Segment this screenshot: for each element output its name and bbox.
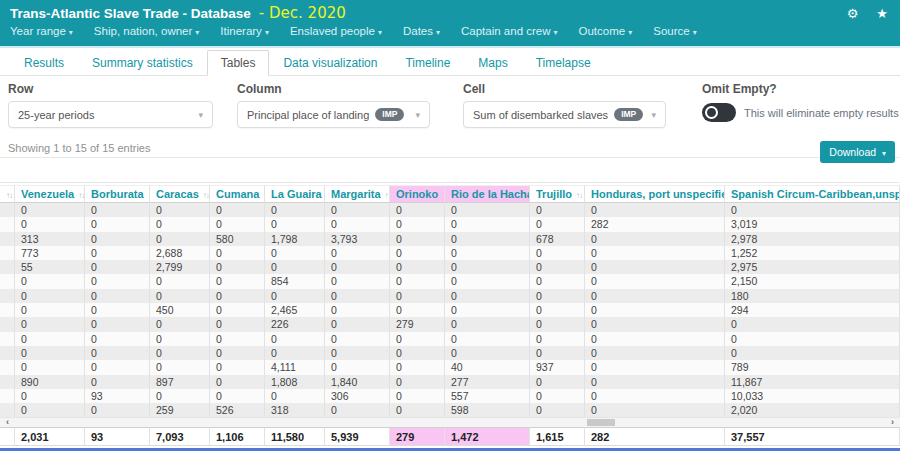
table-cell: 0: [530, 389, 585, 403]
table-cell: 1,252: [725, 246, 900, 260]
table-cell: 1,798: [265, 232, 325, 246]
row-label-cell: [0, 346, 15, 360]
table-cell: 3,793: [325, 232, 390, 246]
row-control: Row 25-year periods ▾: [8, 82, 213, 128]
tab-maps[interactable]: Maps: [464, 50, 521, 76]
column-label: Column: [237, 82, 430, 96]
column-header-venezuela[interactable]: Venezuela↑↓: [15, 185, 85, 203]
column-header-la-guaira[interactable]: La Guaira↑↓: [265, 185, 325, 203]
table-cell: 0: [390, 217, 445, 231]
table-cell: 11,867: [725, 375, 900, 389]
totals-cell: 93: [85, 427, 150, 446]
app-title-date: - Dec. 2020: [259, 4, 346, 22]
table-cell: 0: [390, 246, 445, 260]
nav-item-itinerary[interactable]: Itinerary▾: [220, 25, 269, 37]
table-row: 5502,79900000002,975: [0, 260, 900, 274]
tab-summary-statistics[interactable]: Summary statistics: [78, 50, 207, 76]
table-row: 0025952631800598002,020: [0, 403, 900, 417]
favorite-star-icon[interactable]: ★: [876, 6, 888, 21]
table-cell: 0: [530, 274, 585, 288]
column-header-row-labels[interactable]: ↑↓: [0, 185, 15, 203]
table-cell: 0: [390, 346, 445, 360]
tab-data-visualization[interactable]: Data visualization: [269, 50, 391, 76]
table-cell: 4,111: [265, 360, 325, 374]
omit-empty-toggle[interactable]: [702, 103, 736, 122]
chevron-down-icon: ▾: [693, 28, 697, 37]
table-cell: 0: [85, 332, 150, 346]
nav-item-label: Source: [653, 25, 689, 37]
table-cell: 0: [390, 360, 445, 374]
title-row: Trans-Atlantic Slave Trade - Database - …: [0, 0, 900, 22]
cell-select[interactable]: Sum of disembarked slaves IMP ▾: [463, 101, 666, 128]
table-cell: 0: [585, 346, 725, 360]
table-cell: 226: [265, 317, 325, 331]
nav-item-source[interactable]: Source▾: [653, 25, 696, 37]
imp-badge: IMP: [375, 108, 404, 121]
row-select[interactable]: 25-year periods ▾: [8, 101, 213, 128]
table-cell: 0: [390, 260, 445, 274]
table-cell: 0: [265, 246, 325, 260]
nav-item-label: Ship, nation, owner: [94, 25, 192, 37]
table-cell: 0: [150, 274, 210, 288]
chevron-down-icon: ▾: [195, 28, 199, 37]
column-select-value: Principal place of landing: [247, 109, 369, 121]
table-cell: 0: [210, 289, 265, 303]
nav-item-year-range[interactable]: Year range▾: [10, 25, 73, 37]
table-cell: 0: [585, 232, 725, 246]
table-cell: 0: [15, 289, 85, 303]
table-cell: 3,019: [725, 217, 900, 231]
nav-item-label: Itinerary: [220, 25, 262, 37]
table-cell: 259: [150, 403, 210, 417]
table-cell: 0: [445, 232, 530, 246]
totals-cell: 2,031: [15, 427, 85, 446]
totals-cell: 7,093: [150, 427, 210, 446]
table-cell: 0: [85, 203, 150, 217]
column-header-orinoko[interactable]: Orinoko↑↓: [390, 185, 445, 203]
column-header-cumana[interactable]: Cumana↑↓: [210, 185, 265, 203]
table-cell: 0: [85, 274, 150, 288]
scroll-left-arrow-icon[interactable]: ‹: [6, 417, 9, 427]
horizontal-scrollbar[interactable]: ‹›: [0, 417, 900, 427]
table-cell: 0: [445, 317, 530, 331]
nav-item-enslaved-people[interactable]: Enslaved people▾: [290, 25, 382, 37]
table-cell: 0: [445, 260, 530, 274]
scroll-right-arrow-icon[interactable]: ›: [891, 417, 894, 427]
table-cell: 0: [325, 403, 390, 417]
column-select[interactable]: Principal place of landing IMP ▾: [237, 101, 430, 128]
table-totals-row: 2,031937,0931,10611,5805,9392791,4721,61…: [0, 427, 900, 446]
table-cell: 0: [85, 317, 150, 331]
column-header-spanish-circum-caribbean-unspecified[interactable]: Spanish Circum-Caribbean,unspecified: [725, 185, 900, 203]
omit-empty-label: Omit Empty?: [702, 82, 900, 96]
table-cell: 450: [150, 303, 210, 317]
column-header-trujillo[interactable]: Trujillo↑↓: [530, 185, 585, 203]
table-cell: 2,150: [725, 274, 900, 288]
header-icons: ⚙ ★: [847, 6, 888, 21]
column-header-borburata[interactable]: Borburata↑↓: [85, 185, 150, 203]
column-header-margarita[interactable]: Margarita↑↓: [325, 185, 390, 203]
sort-icon: ↑↓: [6, 191, 12, 200]
table-cell: 0: [325, 274, 390, 288]
table-cell: 2,975: [725, 260, 900, 274]
column-header-honduras-port-unspecified[interactable]: Honduras, port unspecified↑↓: [585, 185, 725, 203]
table-cell: 282: [585, 217, 725, 231]
tab-tables[interactable]: Tables: [207, 50, 270, 76]
table-cell: 0: [585, 246, 725, 260]
nav-item-captain-and-crew[interactable]: Captain and crew▾: [461, 25, 558, 37]
totals-label-cell: [0, 427, 15, 446]
table-cell: 557: [445, 389, 530, 403]
tab-timeline[interactable]: Timeline: [391, 50, 464, 76]
table-cell: 937: [530, 360, 585, 374]
row-label-cell: [0, 274, 15, 288]
table-cell: 0: [85, 289, 150, 303]
tab-timelapse[interactable]: Timelapse: [522, 50, 605, 76]
column-header-rio-de-la-hacha[interactable]: Rio de la Hacha↑: [445, 185, 530, 203]
settings-gear-icon[interactable]: ⚙: [847, 6, 859, 21]
scrollbar-thumb[interactable]: [587, 419, 615, 426]
column-header-caracas[interactable]: Caracas↑↓: [150, 185, 210, 203]
tab-results[interactable]: Results: [10, 50, 78, 76]
nav-item-dates[interactable]: Dates▾: [403, 25, 440, 37]
download-button[interactable]: Download ▾: [820, 141, 895, 163]
table-cell: 0: [265, 289, 325, 303]
nav-item-outcome[interactable]: Outcome▾: [579, 25, 633, 37]
nav-item-ship-nation-owner[interactable]: Ship, nation, owner▾: [94, 25, 199, 37]
